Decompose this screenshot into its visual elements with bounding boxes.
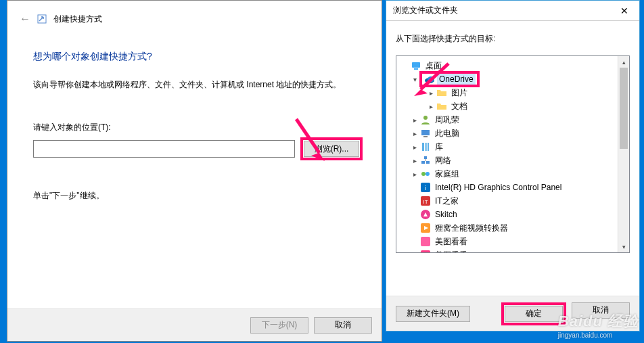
tree-item[interactable]: ▸网络 xyxy=(396,154,629,167)
tree-item[interactable]: 桌面 xyxy=(396,59,629,72)
homegroup-icon xyxy=(419,168,432,179)
chevron-down-icon[interactable]: ▾ xyxy=(410,76,419,83)
svg-rect-13 xyxy=(424,156,427,159)
path-field-label: 请键入对象的位置(T): xyxy=(33,122,363,133)
svg-point-4 xyxy=(428,76,434,82)
meitu2-icon xyxy=(419,250,432,253)
network-icon xyxy=(419,155,432,166)
chevron-right-icon[interactable]: ▸ xyxy=(410,170,419,178)
browse-button[interactable]: 浏览(R)... xyxy=(304,141,359,157)
video-icon xyxy=(419,223,432,233)
svg-rect-9 xyxy=(425,143,427,151)
svg-rect-10 xyxy=(428,143,429,151)
wizard-title: 创建快捷方式 xyxy=(53,14,102,25)
shortcut-icon xyxy=(37,14,47,24)
chevron-right-icon[interactable]: ▸ xyxy=(410,130,419,137)
tree-item[interactable]: ▸周巩荣 xyxy=(396,113,629,127)
browse-titlebar: 浏览文件或文件夹 ✕ xyxy=(386,1,639,21)
browse-instruction: 从下面选择快捷方式的目标: xyxy=(386,21,639,55)
chevron-right-icon[interactable]: ▸ xyxy=(410,116,419,124)
chevron-right-icon[interactable]: ▸ xyxy=(426,89,436,97)
tree-scrollbar[interactable]: ▴ ▾ xyxy=(618,56,629,252)
svg-rect-25 xyxy=(421,250,430,253)
folder-tree: 桌面▾OneDrive▸图片▸文档▸周巩荣▸此电脑▸库▸网络▸家庭组iIntel… xyxy=(396,55,630,253)
tree-item-label: OneDrive xyxy=(437,74,476,85)
browse-title: 浏览文件或文件夹 xyxy=(393,5,458,16)
tree-item-label: 周巩荣 xyxy=(433,114,461,127)
tree-item-label: 美图秀秀 xyxy=(433,249,469,254)
wizard-body: 想为哪个对象创建快捷方式? 该向导帮你创建本地或网络程序、文件、文件夹、计算机或… xyxy=(7,32,382,202)
next-button[interactable]: 下一步(N) xyxy=(250,317,308,334)
svg-text:IT: IT xyxy=(423,199,428,205)
tree-item[interactable]: 美图秀秀 xyxy=(396,248,629,253)
wizard-question: 想为哪个对象创建快捷方式? xyxy=(33,51,363,63)
svg-rect-8 xyxy=(422,143,424,151)
watermark: Baidu 经验 jingyan.baidu.com xyxy=(558,311,639,339)
svg-point-15 xyxy=(421,172,426,176)
svg-point-16 xyxy=(426,172,430,176)
thispc-icon xyxy=(419,128,432,139)
user-icon xyxy=(419,114,432,125)
watermark-url: jingyan.baidu.com xyxy=(558,331,639,339)
tree-item-label: 狸窝全能视频转换器 xyxy=(433,222,510,235)
create-shortcut-wizard: ← 创建快捷方式 想为哪个对象创建快捷方式? 该向导帮你创建本地或网络程序、文件… xyxy=(7,0,382,342)
chevron-right-icon[interactable]: ▸ xyxy=(426,103,436,110)
folder-icon xyxy=(436,87,448,98)
ithome-icon: IT xyxy=(419,196,432,206)
svg-rect-2 xyxy=(414,68,418,70)
tree-item-label: 此电脑 xyxy=(433,127,461,140)
tree-item[interactable]: ITIT之家 xyxy=(396,194,629,208)
tree-item[interactable]: ▸家庭组 xyxy=(396,167,629,181)
tree-item[interactable]: Skitch xyxy=(396,208,629,221)
tree-item-label: 美图看看 xyxy=(433,235,469,248)
tree-item[interactable]: 狸窝全能视频转换器 xyxy=(396,221,629,235)
back-arrow-icon[interactable]: ← xyxy=(20,13,30,25)
path-input[interactable] xyxy=(33,140,295,158)
scroll-down-icon[interactable]: ▾ xyxy=(618,241,629,252)
svg-rect-12 xyxy=(426,161,430,164)
tree-item[interactable]: ▸此电脑 xyxy=(396,127,629,140)
svg-rect-11 xyxy=(421,161,425,164)
tree-item-highlight: OneDrive xyxy=(419,71,480,87)
close-icon[interactable]: ✕ xyxy=(610,1,639,21)
watermark-brand: Baidu 经验 xyxy=(558,313,639,329)
svg-rect-6 xyxy=(421,130,430,135)
browse-dialog: 浏览文件或文件夹 ✕ 从下面选择快捷方式的目标: 桌面▾OneDrive▸图片▸… xyxy=(386,0,640,331)
ok-button[interactable]: 确定 xyxy=(505,306,563,322)
tree-item-label: Skitch xyxy=(433,209,459,220)
intel-icon: i xyxy=(419,182,432,193)
svg-rect-7 xyxy=(423,136,428,137)
new-folder-button[interactable]: 新建文件夹(M) xyxy=(396,306,470,322)
path-field-row: 浏览(R)... xyxy=(33,137,363,160)
folder-icon xyxy=(436,101,448,112)
tree-item[interactable]: ▸图片 xyxy=(396,86,629,99)
desktop-icon xyxy=(410,60,422,71)
tree-item[interactable]: ▸库 xyxy=(396,140,629,154)
svg-rect-1 xyxy=(412,62,420,68)
onedrive-icon xyxy=(423,74,436,85)
skitch-icon xyxy=(419,209,432,220)
svg-rect-24 xyxy=(421,237,430,246)
wizard-cancel-button[interactable]: 取消 xyxy=(314,317,372,334)
tree-item-label: IT之家 xyxy=(433,195,461,208)
tree-item-label: 网络 xyxy=(433,154,453,167)
continue-hint: 单击"下一步"继续。 xyxy=(33,190,363,202)
tree-item-label: Intel(R) HD Graphics Control Panel xyxy=(433,182,564,193)
tree-item[interactable]: ▾OneDrive xyxy=(396,72,629,86)
scroll-thumb[interactable] xyxy=(620,68,628,149)
tree-item-label: 库 xyxy=(433,141,445,154)
tree-item[interactable]: ▸文档 xyxy=(396,99,629,113)
chevron-right-icon[interactable]: ▸ xyxy=(410,157,419,164)
browse-button-highlight: 浏览(R)... xyxy=(300,137,363,160)
svg-point-5 xyxy=(423,116,428,120)
tree-item-label: 桌面 xyxy=(423,60,444,72)
wizard-description: 该向导帮你创建本地或网络程序、文件、文件夹、计算机或 Internet 地址的快… xyxy=(33,79,363,91)
tree-item-label: 文档 xyxy=(449,100,469,113)
ok-button-highlight: 确定 xyxy=(501,302,566,325)
scroll-up-icon[interactable]: ▴ xyxy=(618,56,629,68)
wizard-header: ← 创建快捷方式 xyxy=(7,1,382,32)
tree-item[interactable]: 美图看看 xyxy=(396,235,629,248)
tree-item[interactable]: iIntel(R) HD Graphics Control Panel xyxy=(396,181,629,194)
chevron-right-icon[interactable]: ▸ xyxy=(410,143,419,151)
tree-item-label: 图片 xyxy=(449,87,469,99)
